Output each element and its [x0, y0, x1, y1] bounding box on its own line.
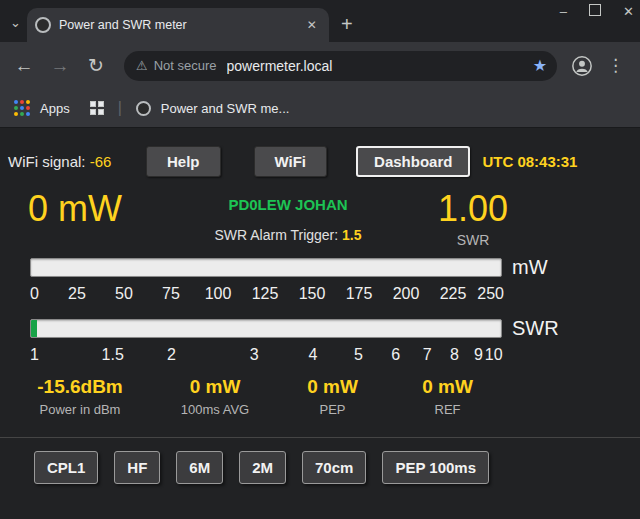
scale-tick: 9 [474, 346, 483, 364]
swr-meter-fill [31, 320, 37, 337]
wifi-signal-value: -66 [90, 153, 112, 170]
scale-tick: 75 [162, 285, 180, 303]
scale-tick: 100 [205, 285, 232, 303]
profile-icon[interactable] [571, 55, 593, 77]
pep-100ms-button[interactable]: PEP 100ms [382, 451, 489, 484]
readout-dbm: -15.6dBm Power in dBm [10, 376, 150, 417]
swr-alarm: SWR Alarm Trigger: 1.5 [178, 227, 398, 243]
scale-tick: 8 [450, 346, 459, 364]
bookmarks-separator: | [118, 99, 122, 117]
swr-meter-row: SWR [30, 317, 640, 340]
scale-tick: 250 [477, 285, 504, 303]
scale-tick: 7 [423, 346, 432, 364]
mw-meter [30, 258, 502, 277]
readout-ref: 0 mW REF [385, 376, 510, 417]
chevron-down-icon[interactable]: ⌄ [10, 15, 21, 30]
scale-tick: 6 [391, 346, 400, 364]
wifi-signal: WiFi signal: -66 [8, 153, 132, 170]
scale-tick: 25 [68, 285, 86, 303]
swr-meter-unit: SWR [512, 317, 559, 340]
dashboard-button[interactable]: Dashboard [356, 146, 470, 177]
swr-column: 1.00 SWR [413, 188, 533, 248]
tab-strip: ⌄ Power and SWR meter ✕ + – ✕ [0, 0, 640, 42]
scale-tick: 1 [30, 346, 39, 364]
window-controls: – ✕ [560, 4, 634, 19]
callsign: PD0LEW JOHAN [178, 196, 398, 213]
scale-tick: 125 [252, 285, 279, 303]
wifi-button[interactable]: WiFi [254, 146, 328, 177]
scale-tick: 5 [354, 346, 363, 364]
2m-button[interactable]: 2M [239, 451, 286, 484]
window-close-button[interactable]: ✕ [623, 4, 634, 19]
scale-tick: 200 [393, 285, 420, 303]
browser-tab[interactable]: Power and SWR meter ✕ [27, 8, 329, 42]
readout-value: 0 mW [385, 376, 510, 398]
bookmark-star-icon[interactable]: ★ [533, 56, 547, 75]
readout-value: 0 mW [280, 376, 385, 398]
new-tab-button[interactable]: + [341, 14, 353, 34]
readout-value: -15.6dBm [10, 376, 150, 398]
utc-clock: UTC 08:43:31 [482, 153, 577, 170]
page-content: WiFi signal: -66 Help WiFi Dashboard UTC… [0, 128, 640, 519]
warning-icon: ⚠ [136, 58, 148, 73]
hf-button[interactable]: HF [114, 451, 160, 484]
status-row: WiFi signal: -66 Help WiFi Dashboard UTC… [0, 144, 640, 178]
scale-tick: 1.5 [102, 346, 124, 364]
url-text[interactable]: powermeter.local [227, 58, 525, 74]
scale-tick: 175 [346, 285, 373, 303]
bookmark-favicon-icon [136, 101, 151, 116]
readout-avg: 0 mW 100ms AVG [150, 376, 280, 417]
band-buttons-row: CPL1 HF 6M 2M 70cm PEP 100ms [34, 451, 640, 484]
70cm-button[interactable]: 70cm [302, 451, 366, 484]
section-divider [0, 437, 640, 438]
6m-button[interactable]: 6M [176, 451, 223, 484]
back-icon[interactable]: ← [10, 55, 38, 77]
scale-tick: 3 [250, 346, 259, 364]
scale-tick: 10 [485, 346, 503, 364]
mw-meter-scale: 0 25 50 75 100 125 150 175 200 225 250 [30, 283, 500, 307]
maximize-button[interactable] [589, 4, 601, 19]
menu-icon[interactable]: ⋮ [601, 55, 630, 76]
readout-label: PEP [280, 402, 385, 417]
swr-meter [30, 319, 502, 338]
cpl1-button[interactable]: CPL1 [34, 451, 98, 484]
scale-tick: 0 [30, 285, 39, 303]
swr-alarm-value: 1.5 [342, 227, 361, 243]
bookmark-item[interactable]: Power and SWR me... [161, 101, 290, 116]
browser-window: ⌄ Power and SWR meter ✕ + – ✕ ← → ↻ ⚠ No… [0, 0, 640, 519]
swr-display: 1.00 [413, 188, 533, 230]
browser-toolbar: ← → ↻ ⚠ Not secure powermeter.local ★ ⋮ [0, 42, 640, 89]
readout-pep: 0 mW PEP [280, 376, 385, 417]
bookmarks-bar: Apps | Power and SWR me... [0, 89, 640, 128]
security-label[interactable]: Not secure [154, 58, 217, 73]
site-favicon-icon [35, 17, 51, 33]
minimize-button[interactable]: – [560, 4, 567, 19]
tab-close-icon[interactable]: ✕ [303, 16, 321, 34]
scale-tick: 2 [167, 346, 176, 364]
swr-caption: SWR [413, 232, 533, 248]
swr-alarm-label: SWR Alarm Trigger: [214, 227, 338, 243]
reload-icon[interactable]: ↻ [82, 54, 110, 77]
scale-tick: 150 [299, 285, 326, 303]
wifi-signal-label: WiFi signal: [8, 153, 86, 170]
readout-value: 0 mW [150, 376, 280, 398]
mw-meter-unit: mW [512, 256, 548, 279]
forward-icon[interactable]: → [46, 55, 74, 77]
tab-title: Power and SWR meter [59, 18, 295, 32]
apps-label[interactable]: Apps [40, 101, 70, 116]
readouts-row: -15.6dBm Power in dBm 0 mW 100ms AVG 0 m… [10, 376, 640, 417]
help-button[interactable]: Help [146, 146, 221, 177]
apps-grid-icon[interactable] [14, 100, 30, 116]
scale-tick: 225 [440, 285, 467, 303]
tiles-grid-icon[interactable] [90, 101, 104, 115]
mw-meter-row: mW [30, 256, 640, 279]
center-column: PD0LEW JOHAN SWR Alarm Trigger: 1.5 [178, 188, 398, 248]
address-bar[interactable]: ⚠ Not secure powermeter.local ★ [124, 51, 557, 81]
power-display: 0 mW [28, 188, 178, 248]
readout-label: Power in dBm [10, 402, 150, 417]
swr-meter-scale: 1 1.5 2 3 4 5 6 7 8 9 10 [30, 344, 500, 368]
readout-label: 100ms AVG [150, 402, 280, 417]
readings-row: 0 mW PD0LEW JOHAN SWR Alarm Trigger: 1.5… [0, 188, 640, 248]
scale-tick: 4 [308, 346, 317, 364]
scale-tick: 50 [115, 285, 133, 303]
